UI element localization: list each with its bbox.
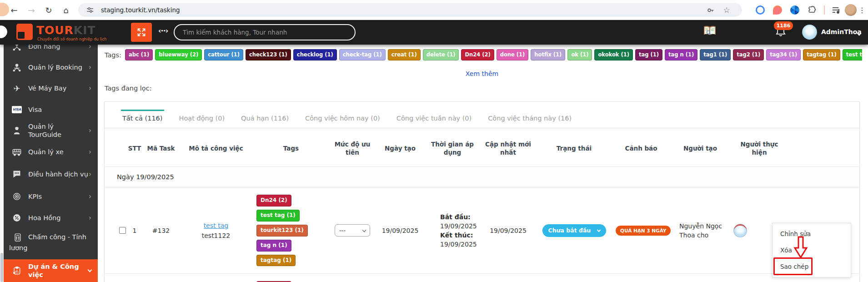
sidebar-item-quan-ly-booking[interactable]: Quản lý Booking › xyxy=(4,57,98,78)
tag-chip[interactable]: creat (1) xyxy=(388,49,421,60)
header-canh-bao[interactable]: Cảnh báo xyxy=(614,128,668,167)
header-nguoi-tao[interactable]: Người tạo xyxy=(668,128,732,167)
tags-label: Tags: xyxy=(105,51,121,59)
priority-select[interactable]: --- xyxy=(335,224,370,237)
extension-icon-aperture[interactable] xyxy=(790,5,799,15)
header-muc-do-uu-tien[interactable]: Mức độ ưu tiên xyxy=(327,128,377,167)
header-nguoi-thuc-hien[interactable]: Người thực hiện xyxy=(732,128,787,167)
tag-chip[interactable]: hotfix (1) xyxy=(531,49,565,60)
tag-chip[interactable]: delete (1) xyxy=(423,49,459,60)
global-search[interactable] xyxy=(174,24,356,40)
tag-chip[interactable]: bluewway (2) xyxy=(155,49,202,60)
tag-chip[interactable]: tagtag (1) xyxy=(256,255,296,267)
playlist-icon[interactable] xyxy=(828,0,844,20)
global-search-input[interactable] xyxy=(183,29,342,36)
fullscreen-button[interactable] xyxy=(131,23,152,42)
header-cap-nhat[interactable]: Cập nhật mới nhất xyxy=(482,128,534,167)
tag-chip[interactable]: tourkit123 (1) xyxy=(256,225,308,237)
row-updated-date: 19/09/2025 xyxy=(482,274,534,282)
user-menu[interactable]: AdminThoa xyxy=(821,28,862,35)
user-avatar[interactable] xyxy=(802,25,817,40)
tag-chip[interactable]: Dn24 (2) xyxy=(256,195,291,206)
extensions-puzzle-icon[interactable] xyxy=(808,5,817,15)
tag-chip[interactable]: done (1) xyxy=(497,49,529,60)
collapse-sidebar-icon[interactable]: ‹··› xyxy=(158,26,168,35)
header-thoi-gian-ap-dung[interactable]: Thời gian áp dụng xyxy=(423,128,482,167)
header-ngay-tao[interactable]: Ngày tạo xyxy=(377,128,423,167)
tag-chip[interactable]: tag34 (1) xyxy=(766,49,801,60)
tag-chip[interactable]: tag n (1) xyxy=(256,240,291,252)
tourkit-logo-icon[interactable] xyxy=(16,24,33,40)
home-icon[interactable]: ⌂ xyxy=(58,0,74,20)
show-more-link[interactable]: Xem thêm xyxy=(104,70,860,77)
chevron-right-icon: › xyxy=(89,63,91,71)
sidebar-scrollbar-thumb[interactable] xyxy=(0,253,3,282)
header-select xyxy=(105,128,125,167)
extension-icon-blue-ring[interactable] xyxy=(756,5,765,15)
assignee-avatar[interactable] xyxy=(733,224,747,237)
header-tags[interactable]: Tags xyxy=(255,128,327,167)
tag-chip[interactable]: check-tag (1) xyxy=(339,49,386,60)
address-bar[interactable]: staging.tourkit.vn/tasking ☆ xyxy=(78,3,742,17)
task-title-link[interactable]: test tag xyxy=(179,222,253,229)
overdue-badge: QUÁ HẠN 3 NGÀY xyxy=(616,226,671,236)
sidebar-item-quan-ly-tourguide[interactable]: Quản lý TourGuide › xyxy=(4,120,98,141)
sidebar-item-cham-cong[interactable]: Chấm công - Tính lương xyxy=(4,229,98,258)
header-trang-thai[interactable]: Trạng thái xyxy=(534,128,614,167)
tag-chip[interactable]: tag n (1) xyxy=(665,49,697,60)
header-mo-ta[interactable]: Mô tả công việc xyxy=(177,128,255,167)
reload-icon[interactable]: ↻ xyxy=(41,0,56,20)
tag-chip[interactable]: okokok (1) xyxy=(594,49,633,60)
tag-chip[interactable]: checklog (1) xyxy=(293,49,337,60)
sidebar-item-du-an-cong-viec[interactable]: Dự án & Công việc xyxy=(4,259,98,282)
site-settings-icon[interactable] xyxy=(86,6,94,15)
sidebar-item-dieu-hanh-dich-vu[interactable]: Điều hành dịch vụ › xyxy=(4,164,98,185)
tag-chip[interactable]: test tag (1) xyxy=(256,210,300,222)
toolbar-divider xyxy=(824,5,825,15)
tag-chip[interactable]: tag (1) xyxy=(635,49,662,60)
tag-chip[interactable]: cattour (1) xyxy=(204,49,243,60)
back-icon[interactable]: ← xyxy=(6,0,22,20)
tag-chip[interactable]: test tag (1) xyxy=(843,49,864,60)
extension-icon-flame[interactable] xyxy=(773,5,782,15)
row-created-date: 19/09/2025 xyxy=(377,274,423,282)
tags-bar: Tags: abc (1) bluewway (2) cattour (1) c… xyxy=(105,49,864,60)
bookmark-star-icon[interactable]: ☆ xyxy=(721,5,732,15)
task-subtitle: test1122 xyxy=(202,232,231,239)
menu-item-delete[interactable]: Xóa xyxy=(773,242,851,258)
status-dropdown[interactable]: Chưa bắt đầu xyxy=(542,224,606,237)
tag-chip[interactable]: ok (1) xyxy=(567,49,592,60)
tag-chip[interactable]: check123 (1) xyxy=(246,49,291,60)
sidebar-item-quan-ly-xe[interactable]: Quản lý xe › xyxy=(4,141,98,162)
guide-book-icon[interactable] xyxy=(703,25,717,39)
browser-menu-icon[interactable]: ⋮ xyxy=(857,0,868,20)
row-task-code: #131 xyxy=(145,274,177,282)
sidebar-item-ve-may-bay[interactable]: ✈ Vé Máy Bay › xyxy=(4,78,98,99)
sidebar-item-hoa-hong[interactable]: Hoa Hồng › xyxy=(4,207,98,228)
header-ma-task[interactable]: Mã Task xyxy=(145,128,177,167)
tab-tat-ca[interactable]: Tất cả (116) xyxy=(121,110,164,128)
tourkit-logo-text[interactable]: TOURKIT xyxy=(36,24,96,37)
sidebar-scrollbar[interactable] xyxy=(0,45,4,282)
menu-item-edit[interactable]: Chỉnh sửa xyxy=(773,226,851,242)
tag-chip[interactable]: Dn24 (2) xyxy=(461,49,494,60)
forward-icon[interactable]: → xyxy=(24,0,39,20)
password-key-icon[interactable] xyxy=(705,5,716,15)
tab-cong-viec-hom-nay[interactable]: Công việc hôm nay (0) xyxy=(304,110,381,128)
tag-chip[interactable]: tagtag (1) xyxy=(803,49,840,60)
tab-cong-viec-tuan-nay[interactable]: Công việc tuần này (0) xyxy=(395,110,473,128)
row-updated-date: 19/09/2025 xyxy=(482,187,534,274)
header-stt[interactable]: STT xyxy=(125,128,145,167)
url-text[interactable]: staging.tourkit.vn/tasking xyxy=(101,6,180,14)
tag-chip[interactable]: abc (1) xyxy=(125,49,153,60)
tag-chip[interactable]: tag1 (1) xyxy=(700,49,731,60)
tag-chip[interactable]: tag2 (1) xyxy=(733,49,764,60)
row-tags: Dn24 (2) cattour (1) bluewway (2) tag1 (… xyxy=(255,274,327,282)
sidebar-item-visa[interactable]: VISA Visa xyxy=(4,99,98,120)
tab-hoat-dong[interactable]: Hoạt động (0) xyxy=(178,110,226,128)
sidebar-item-kpis[interactable]: KPIs › xyxy=(4,186,98,207)
visa-card-icon: VISA xyxy=(12,105,22,115)
tab-qua-han[interactable]: Quá hạn (116) xyxy=(240,110,290,128)
browser-profile-avatar[interactable] xyxy=(845,4,857,16)
tab-cong-viec-thang-nay[interactable]: Công việc tháng này (16) xyxy=(487,110,573,128)
